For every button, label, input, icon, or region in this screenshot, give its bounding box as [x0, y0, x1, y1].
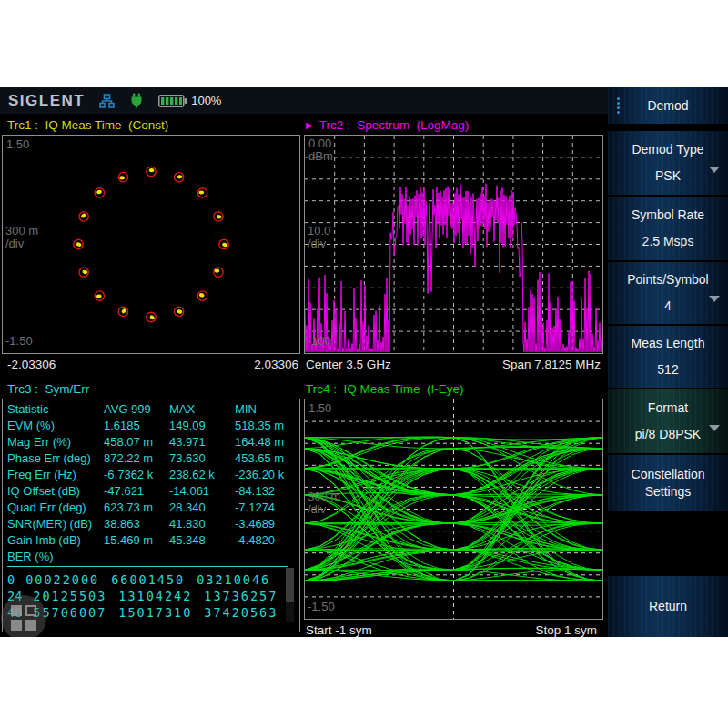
symbol-row: 48557060071501731037420563 — [7, 604, 280, 621]
menu-item-demod-type[interactable]: Demod Type PSK — [608, 131, 728, 195]
return-button[interactable]: Return — [608, 576, 728, 637]
stats-row: EVM (%)1.6185149.09518.35 m — [7, 418, 295, 434]
ber-separator — [7, 566, 288, 567]
trc1-x-max: 2.03306 — [254, 358, 298, 371]
trc4-scale-bottom: -1.50 — [308, 601, 335, 613]
span: Span 7.8125 MHz — [502, 358, 601, 371]
chevron-down-icon — [709, 425, 720, 431]
menu-grip-icon — [617, 97, 620, 114]
eye-start-label: Start -1 sym — [306, 623, 372, 637]
stats-row: SNR(MER) (dB)38.86341.830-3.4689 — [7, 516, 295, 532]
symbol-table-scrollbar[interactable] — [286, 568, 294, 622]
scrollbar-thumb[interactable] — [286, 568, 294, 602]
floating-widgets-button[interactable] — [1, 595, 46, 637]
symbol-row: 0000220006600145003210046 — [7, 571, 280, 588]
stats-row: Phase Err (deg)872.22 m73.630453.65 m — [7, 450, 295, 467]
trace-active-marker: ▶ — [306, 120, 313, 130]
menu-item-points-per-symbol[interactable]: Points/Symbol 4 — [608, 262, 728, 324]
trc2-scale-bottom: -100 — [308, 335, 331, 348]
stats-row: Gain Imb (dB)15.469 m45.348-4.4820 — [7, 532, 295, 549]
lan-icon — [99, 94, 115, 108]
menu-item-meas-length[interactable]: Meas Length 512 — [608, 326, 728, 388]
stats-row: IQ Offset (dB)-47.621-14.061-84.132 — [7, 483, 295, 500]
softkey-menu: Demod Demod Type PSK Symbol Rate 2.5 Msp… — [608, 87, 728, 637]
stats-row: Mag Err (%)458.07 m43.971164.48 m — [7, 434, 295, 450]
stats-header-row: StatisticAVG 999MAXMIN — [7, 401, 295, 418]
battery-percentage: 100% — [191, 94, 221, 107]
menu-item-format[interactable]: Format pi/8 D8PSK — [608, 389, 728, 453]
symbol-table: 0000220006600145003210046242012550313104… — [7, 571, 280, 621]
app-grid-icon — [11, 605, 36, 631]
chevron-down-icon — [709, 296, 720, 302]
eye-stop-label: Stop 1 sym — [535, 623, 597, 637]
analyzer-screen: SIGLENT — [0, 87, 728, 637]
stats-row: Freq Err (Hz)-6.7362 k238.62 k-236.20 k — [7, 467, 295, 483]
siglent-logo: SIGLENT — [8, 92, 85, 110]
trc2-per-div: 10.0/div — [308, 225, 330, 250]
menu-header-demod[interactable]: Demod — [608, 87, 728, 124]
trc3-title: Trc3 : Sym/Err — [7, 382, 89, 396]
trc1-constellation-plot: 1.50 300 m/div -1.50 — [2, 135, 300, 354]
power-plug-icon — [129, 93, 144, 108]
symbol-row: 24201255031310424213736257 — [7, 588, 280, 604]
status-bar: SIGLENT — [0, 87, 608, 114]
ber-row: BER (%) — [7, 549, 295, 565]
trc4-per-div: 300 m/div — [308, 490, 340, 516]
trc1-x-min: -2.03306 — [7, 358, 56, 371]
trc4-title: Trc4 : IQ Meas Time (I-Eye) — [306, 382, 464, 396]
center-frequency: Center 3.5 GHz — [306, 358, 391, 371]
trc1-scale-top: 1.50 — [6, 138, 29, 151]
trc1-scale-bottom: -1.50 — [5, 335, 33, 348]
trc2-spectrum-plot: 0.00dBm 10.0/div -100 — [304, 135, 603, 354]
trc2-title: ▶Trc2 : Spectrum (LogMag) — [306, 118, 469, 132]
trc4-eye-plot: 1.50 300 m/div -1.50 — [304, 399, 603, 620]
trc1-title: Trc1 : IQ Meas Time (Const) — [7, 118, 168, 132]
menu-item-symbol-rate[interactable]: Symbol Rate 2.5 Msps — [608, 197, 728, 260]
trc2-ref-level: 0.00dBm — [308, 137, 333, 163]
error-statistics-table: StatisticAVG 999MAXMINEVM (%)1.6185149.0… — [7, 401, 295, 565]
trc4-scale-top: 1.50 — [308, 402, 331, 415]
menu-item-constellation-settings[interactable]: Constellation Settings — [608, 455, 728, 511]
trc1-per-div: 300 m/div — [5, 225, 38, 250]
battery-icon — [158, 95, 187, 107]
stats-row: Quad Err (deg)623.73 m28.340-7.1274 — [7, 500, 295, 516]
chevron-down-icon — [709, 167, 720, 173]
